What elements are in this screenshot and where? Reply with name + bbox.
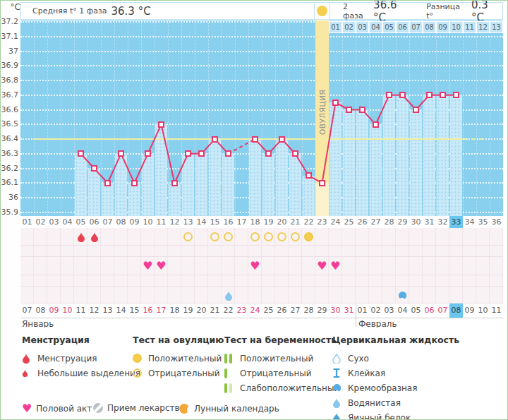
cycle-day-cell[interactable]: 18	[248, 216, 262, 228]
menstruation-drop-icon-cell[interactable]	[90, 232, 99, 242]
temperature-point[interactable]	[426, 92, 433, 98]
cycle-day-cell[interactable]: 28	[382, 216, 396, 228]
temperature-point[interactable]	[145, 150, 151, 157]
temperature-point[interactable]	[373, 121, 379, 128]
legend-item: Яичный белок	[332, 410, 459, 420]
cycle-day-cell[interactable]: 21	[289, 216, 302, 228]
temperature-point[interactable]	[198, 150, 205, 157]
temperature-point[interactable]	[118, 150, 124, 157]
cycle-day-cell[interactable]: 27	[369, 216, 382, 228]
cycle-day-cell[interactable]: 19	[262, 216, 275, 228]
cycle-day-cell[interactable]: 12	[168, 216, 181, 228]
temperature-point[interactable]	[413, 107, 419, 113]
cycle-day-cell[interactable]: 06	[87, 216, 101, 228]
cycle-day-cell[interactable]: 14	[195, 216, 208, 228]
ovulation-test-negative-icon-cell[interactable]	[224, 232, 233, 241]
cervical-creamy-icon-cell[interactable]	[398, 291, 407, 300]
cycle-day-cell[interactable]: 11	[155, 216, 168, 228]
temperature-point[interactable]	[131, 180, 138, 186]
ovulation-test-negative-icon-cell[interactable]	[264, 232, 273, 241]
cycle-day-cell[interactable]: 36	[490, 216, 503, 228]
cycle-day-cell[interactable]: 04	[61, 216, 74, 228]
intercourse-heart-icon-cell[interactable]: ♥	[330, 260, 341, 272]
calendar-date-cell: 01	[356, 304, 369, 318]
intercourse-heart-icon-cell[interactable]: ♥	[250, 260, 261, 272]
temperature-point[interactable]	[225, 150, 231, 157]
cycle-day-cell[interactable]: 07	[101, 216, 114, 228]
temperature-point[interactable]	[359, 107, 365, 113]
cycle-day-cell[interactable]: 16	[222, 216, 235, 228]
cycle-day-cell[interactable]: 22	[302, 216, 315, 228]
cycle-day-cell[interactable]: 17	[235, 216, 248, 228]
dpo-cell: 01	[329, 21, 342, 33]
cervical-creamy-icon	[330, 381, 343, 394]
temperature-point[interactable]	[104, 180, 111, 186]
temperature-point[interactable]	[252, 136, 258, 143]
temperature-point[interactable]	[279, 136, 285, 143]
temperature-point[interactable]	[91, 165, 97, 172]
temperature-point[interactable]	[399, 92, 406, 98]
temperature-point[interactable]	[158, 121, 164, 128]
cycle-day-cell[interactable]: 35	[476, 216, 490, 228]
cycle-day-cell[interactable]: 10	[141, 216, 155, 228]
cycle-day-cell[interactable]: 24	[329, 216, 342, 228]
temperature-point[interactable]	[265, 150, 272, 157]
cycle-day-cell[interactable]: 08	[114, 216, 128, 228]
cycle-day-cell[interactable]: 34	[463, 216, 476, 228]
dpo-cell: 10	[449, 21, 463, 33]
temperature-point[interactable]	[386, 92, 392, 98]
cycle-day-cell[interactable]: 01	[20, 216, 34, 228]
cycle-day-cell[interactable]: 29	[396, 216, 409, 228]
temperature-point[interactable]	[453, 92, 459, 98]
cervical-watery-icon-cell[interactable]	[224, 290, 233, 301]
ovulation-test-positive-icon-cell[interactable]	[304, 232, 313, 241]
cycle-day-cell[interactable]: 02	[34, 216, 47, 228]
pregnancy-test-row	[20, 246, 503, 257]
cycle-day-cell[interactable]: 23	[315, 216, 329, 228]
y-axis-tick-label: 36.8	[1, 76, 18, 85]
cycle-day-cell[interactable]: 20	[275, 216, 289, 228]
ovulation-test-negative-icon	[224, 232, 233, 241]
y-axis-tick-label: 36.7	[1, 90, 18, 100]
cycle-day-cell[interactable]: 33	[449, 216, 463, 228]
cycle-day-cell[interactable]: 25	[342, 216, 356, 228]
temperature-point[interactable]	[332, 100, 339, 106]
temperature-point[interactable]	[185, 150, 191, 157]
diff-label: Разница t°	[426, 2, 467, 20]
temperature-point[interactable]	[440, 92, 446, 98]
temperature-point[interactable]	[78, 150, 84, 157]
phase2-label: 2 фаза	[343, 2, 369, 20]
menstruation-drop-icon-cell[interactable]	[77, 232, 85, 242]
temperature-point[interactable]	[346, 107, 352, 113]
cycle-day-cell[interactable]: 13	[181, 216, 195, 228]
temperature-point[interactable]	[319, 180, 325, 186]
cycle-day-cell[interactable]: 15	[208, 216, 222, 228]
legend-footer-item: Лунный календарь	[179, 403, 279, 414]
legend-item: Водянистая	[332, 395, 459, 410]
legend-item-icon	[332, 353, 348, 364]
temperature-point[interactable]	[171, 180, 178, 186]
cycle-day-cell[interactable]: 32	[436, 216, 449, 228]
cycle-day-cell[interactable]: 09	[128, 216, 141, 228]
y-axis-tick-label: 36.2	[1, 164, 18, 173]
legend-item-icon	[332, 412, 348, 420]
temperature-point[interactable]	[292, 150, 298, 157]
temperature-point[interactable]	[212, 136, 218, 143]
cycle-day-cell[interactable]: 31	[423, 216, 436, 228]
ovulation-test-negative-icon-cell[interactable]	[277, 232, 286, 241]
ovulation-test-negative-icon-cell[interactable]	[291, 232, 300, 241]
intercourse-heart-icon-cell[interactable]: ♥	[156, 260, 167, 272]
ovulation-test-negative-icon-cell[interactable]	[250, 232, 260, 241]
calendar-date-cell: 29	[315, 304, 329, 318]
intercourse-heart-icon-cell[interactable]: ♥	[317, 260, 328, 272]
intercourse-heart-icon-cell[interactable]: ♥	[143, 260, 154, 272]
cycle-day-cell[interactable]: 26	[356, 216, 369, 228]
temperature-point[interactable]	[306, 172, 312, 179]
ovulation-test-negative-icon-cell[interactable]	[210, 232, 219, 241]
ovulation-test-negative-icon-cell[interactable]	[183, 232, 193, 241]
dpo-cell: 05	[382, 21, 396, 33]
cervical-dry-icon	[332, 353, 341, 364]
cycle-day-cell[interactable]: 05	[74, 216, 87, 228]
cycle-day-cell[interactable]: 30	[409, 216, 423, 228]
cycle-day-cell[interactable]: 03	[47, 216, 61, 228]
